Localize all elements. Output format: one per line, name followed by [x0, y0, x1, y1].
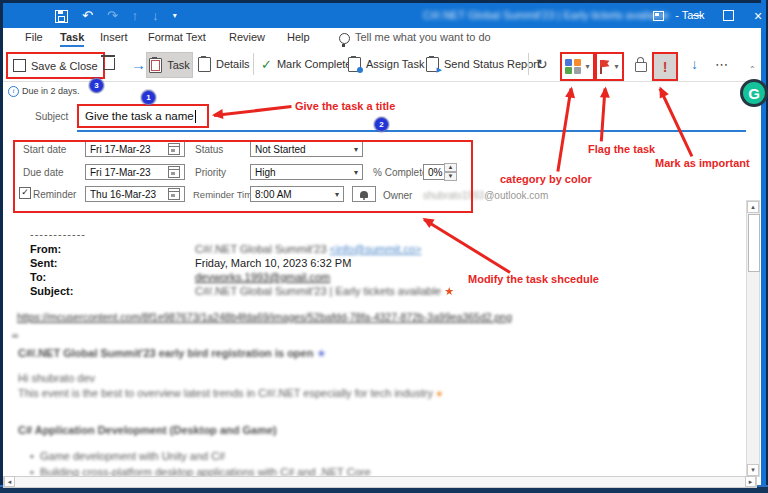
- from-label: From:: [30, 243, 61, 255]
- due-date-input[interactable]: Fri 17-Mar-23: [85, 164, 185, 180]
- flag-icon: [600, 60, 610, 74]
- reminder-checkbox[interactable]: ✓: [19, 187, 31, 199]
- save-icon[interactable]: [55, 10, 68, 23]
- calendar-icon[interactable]: [168, 143, 180, 155]
- show-task-button[interactable]: Task: [146, 52, 193, 78]
- tab-review[interactable]: Review: [229, 31, 265, 43]
- scroll-down-button[interactable]: ▾: [747, 464, 759, 476]
- categorize-button[interactable]: ▾: [560, 52, 595, 81]
- tab-format-text[interactable]: Format Text: [148, 31, 206, 43]
- tab-task[interactable]: Task: [60, 31, 84, 47]
- mark-complete-button[interactable]: ✓ Mark Complete: [261, 52, 351, 76]
- triangle-down-icon: ▾: [751, 466, 755, 474]
- send-status-report-icon: [426, 57, 439, 72]
- follow-up-flag-button[interactable]: ▾: [595, 52, 624, 81]
- redo-icon: ↷: [107, 8, 118, 24]
- vertical-scrollbar[interactable]: ▴ ▾: [746, 200, 760, 477]
- start-date-input[interactable]: Fri 17-Mar-23: [85, 141, 185, 157]
- more-commands-button[interactable]: ⋯: [715, 52, 729, 76]
- annotation-arrow-schedule: [423, 218, 511, 273]
- priority-select[interactable]: High▾: [250, 164, 363, 180]
- info-icon: i: [8, 85, 19, 97]
- pct-complete-spinner[interactable]: 0% ▲▼: [423, 164, 456, 180]
- chevron-down-icon: ▾: [335, 190, 339, 199]
- importance-high-button[interactable]: !: [652, 52, 678, 81]
- calendar-icon[interactable]: [168, 166, 180, 178]
- importance-low-button[interactable]: ↓: [691, 52, 698, 76]
- tab-insert[interactable]: Insert: [100, 31, 128, 43]
- annotation-arrow-flag: [600, 88, 607, 141]
- step-badge-3: 3: [89, 78, 104, 93]
- step-badge-1: 1: [141, 90, 156, 105]
- details-label: Details: [216, 58, 250, 70]
- tab-file[interactable]: File: [25, 31, 43, 43]
- vertical-scroll-thumb[interactable]: [748, 214, 760, 272]
- tell-me-search[interactable]: Tell me what you want to do: [355, 31, 491, 43]
- collapse-ribbon-button[interactable]: ⌃: [749, 65, 756, 74]
- sync-button[interactable]: ↻: [536, 52, 548, 76]
- reminder-sound-button[interactable]: [352, 186, 376, 202]
- email-divider: ------------: [30, 228, 86, 240]
- send-status-report-label: Send Status Report: [444, 58, 540, 70]
- from-address-redacted[interactable]: <info@summit.co>: [330, 243, 422, 255]
- bell-icon: [360, 191, 368, 198]
- details-clipboard-icon: [198, 57, 211, 72]
- body-link-redacted[interactable]: https://mcusercontent.com/8f1e987673/1a2…: [17, 311, 512, 323]
- save-close-button[interactable]: Save & Close: [6, 52, 105, 79]
- scroll-right-button[interactable]: ▸: [745, 476, 756, 487]
- step-badge-2: 2: [374, 117, 389, 132]
- send-status-report-button[interactable]: Send Status Report: [426, 52, 540, 76]
- body-section-redacted: C# Application Development (Desktop and …: [18, 424, 277, 436]
- undo-icon[interactable]: ↶: [82, 8, 93, 24]
- trash-icon: [103, 58, 115, 70]
- rocket-icon: ★: [316, 347, 326, 359]
- reminder-date-input[interactable]: Thu 16-Mar-23: [85, 186, 185, 202]
- qat-customize-caret-icon[interactable]: ▾: [173, 8, 177, 24]
- reminder-time-value: 8:00 AM: [255, 189, 292, 200]
- body-line-redacted: This event is the best to overview lates…: [18, 387, 443, 399]
- scroll-up-button[interactable]: ▴: [747, 201, 759, 213]
- private-button[interactable]: [635, 52, 647, 76]
- categorize-icon: [565, 59, 581, 75]
- annotation-arrow-title: [214, 105, 292, 117]
- status-select[interactable]: Not Started▾: [250, 141, 363, 157]
- grammarly-badge[interactable]: G: [740, 79, 768, 107]
- ribbon-display-button[interactable]: [641, 3, 675, 28]
- forward-button[interactable]: →: [131, 52, 146, 76]
- annotation-important: Mark as important: [655, 157, 750, 169]
- minimize-button[interactable]: [681, 3, 715, 28]
- ribbon: Save & Close → Task Details ✓ Mark Compl…: [3, 48, 761, 82]
- email-subject-label: Subject:: [30, 285, 73, 297]
- reminder-time-select[interactable]: 8:00 AM▾: [250, 186, 344, 202]
- assign-task-button[interactable]: Assign Task: [348, 52, 425, 76]
- body-link-tail: ..: [12, 325, 18, 337]
- maximize-button[interactable]: [711, 3, 745, 28]
- outlook-task-window: ↶ ↷ ↑ ↓ ▾ C#/.NET Global Summit'23 | Ear…: [0, 0, 768, 493]
- body-headline-redacted: C#/.NET Global Summit'23 early bird regi…: [18, 347, 326, 360]
- show-details-button[interactable]: Details: [198, 52, 250, 76]
- task-clipboard-icon: [149, 58, 162, 73]
- lock-icon: [635, 62, 647, 72]
- spinner-arrows[interactable]: ▲▼: [444, 163, 457, 181]
- save-close-icon: [13, 59, 26, 72]
- start-date-label: Start date: [23, 144, 66, 155]
- quick-access-toolbar: ↶ ↷ ↑ ↓ ▾: [55, 8, 177, 24]
- important-icon: !: [663, 59, 668, 75]
- tab-help[interactable]: Help: [287, 31, 310, 43]
- horizontal-scrollbar[interactable]: ◂ ▸: [3, 476, 757, 488]
- status-value: Not Started: [255, 144, 306, 155]
- chevron-down-icon: ▾: [354, 168, 358, 177]
- close-button[interactable]: ×: [741, 3, 768, 28]
- body-greeting-redacted: Hi shubrato dev: [18, 372, 95, 384]
- owner-value: shubrato1993@outlook.com: [423, 190, 548, 201]
- pct-complete-value: 0%: [428, 167, 442, 178]
- scroll-left-button[interactable]: ◂: [4, 476, 15, 487]
- assign-task-icon: [348, 57, 361, 72]
- ribbon-divider: [528, 53, 529, 75]
- subject-input[interactable]: Give the task a name: [77, 104, 209, 128]
- delete-button[interactable]: [103, 52, 115, 76]
- calendar-icon[interactable]: [168, 188, 180, 200]
- triangle-right-icon: ▸: [749, 478, 753, 486]
- to-value-redacted[interactable]: devworks.1993@gmail.com: [195, 271, 330, 283]
- subject-underline: [77, 130, 746, 132]
